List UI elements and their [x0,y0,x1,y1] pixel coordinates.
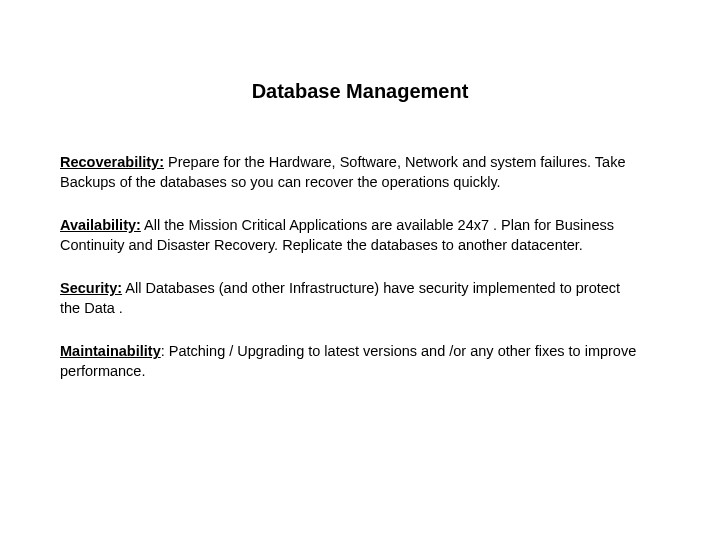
section-maintainability: Maintainability: Patching / Upgrading to… [60,342,660,381]
section-body: All the Mission Critical Applications ar… [60,217,614,253]
page-title: Database Management [60,80,660,103]
section-heading: Recoverability: [60,154,164,170]
section-recoverability: Recoverability: Prepare for the Hardware… [60,153,660,192]
section-heading: Maintainability [60,343,161,359]
section-availability: Availability: All the Mission Critical A… [60,216,660,255]
section-heading: Security: [60,280,122,296]
section-security: Security: All Databases (and other Infra… [60,279,660,318]
slide-container: Database Management Recoverability: Prep… [0,0,720,540]
section-body: All Databases (and other Infrastructure)… [60,280,620,316]
section-heading: Availability: [60,217,141,233]
